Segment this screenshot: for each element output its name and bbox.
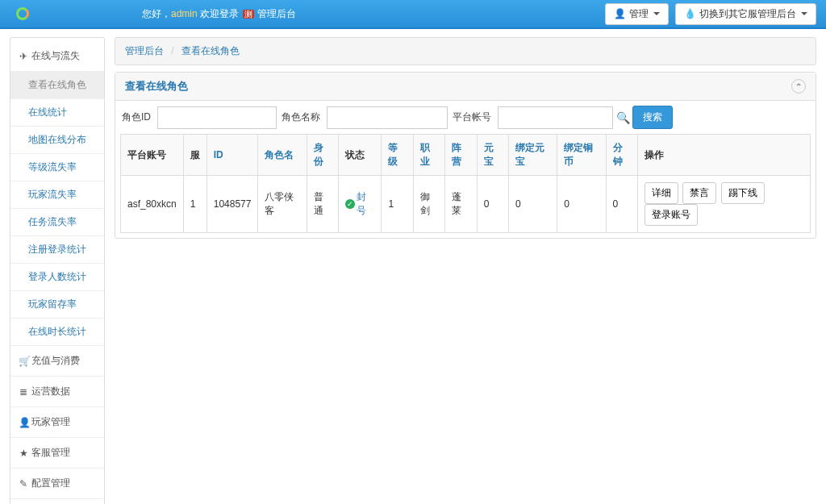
th-id[interactable]: ID <box>206 135 258 176</box>
sidebar-group-support[interactable]: ★ 客服管理 <box>10 437 104 468</box>
cell-level: 1 <box>382 176 413 233</box>
sidebar-item-player-churn[interactable]: 玩家流失率 <box>10 181 104 209</box>
cell-job: 御剑 <box>413 176 444 233</box>
search-button[interactable]: 搜索 <box>632 106 673 129</box>
logo-icon <box>16 7 29 20</box>
role-name-input[interactable] <box>327 106 448 129</box>
sidebar-item-view-online[interactable]: 查看在线角色 <box>10 72 104 99</box>
sidebar-group-ops-data[interactable]: ≣ 运营数据 <box>10 376 104 406</box>
sidebar-group-online[interactable]: ✈ 在线与流失 <box>10 41 104 71</box>
star-icon: ★ <box>19 448 28 459</box>
role-id-label: 角色ID <box>120 110 154 124</box>
check-circle-icon: ✓ <box>345 199 354 209</box>
list-icon: ≣ <box>19 386 28 398</box>
user-icon: 👤 <box>19 417 28 428</box>
role-name-label: 角色名称 <box>280 110 323 124</box>
breadcrumb-sep: / <box>171 45 173 56</box>
cart-icon: 🛒 <box>19 356 28 367</box>
table-row: asf_80xkcn 1 1048577 八零侠客 普通 ✓ 封号 <box>121 176 811 233</box>
cell-bound-gold: 0 <box>509 176 557 233</box>
th-job[interactable]: 职业 <box>413 135 444 176</box>
search-row: 角色ID 角色名称 平台帐号 🔍 搜索 <box>120 106 811 129</box>
sidebar-item-map-dist[interactable]: 地图在线分布 <box>10 127 104 154</box>
sidebar: ✈ 在线与流失 查看在线角色 在线统计 地图在线分布 等级流失率 玩家流失率 任… <box>10 37 105 504</box>
th-minutes[interactable]: 分钟 <box>606 135 637 176</box>
chevron-up-icon: ⌃ <box>795 82 802 91</box>
cell-platform: asf_80xkcn <box>121 176 184 233</box>
pencil-icon: ✎ <box>19 478 28 489</box>
sidebar-item-level-churn[interactable]: 等级流失率 <box>10 154 104 181</box>
role-id-input[interactable] <box>157 106 277 129</box>
th-camp[interactable]: 阵营 <box>445 135 477 176</box>
switch-server-button[interactable]: 💧 切换到其它服管理后台 <box>675 3 816 25</box>
sidebar-group-admin-tools[interactable]: 🔒 管理员工具 <box>10 498 104 504</box>
sidebar-item-retention[interactable]: 玩家留存率 <box>10 291 104 319</box>
cell-ops: 详细 禁言 踢下线 登录账号 <box>637 176 810 233</box>
sidebar-group-config[interactable]: ✎ 配置管理 <box>10 468 104 498</box>
th-identity[interactable]: 身份 <box>307 135 338 176</box>
caret-down-icon <box>801 12 807 15</box>
sidebar-item-online-stats[interactable]: 在线统计 <box>10 99 104 127</box>
sidebar-group-player-mgmt[interactable]: 👤 玩家管理 <box>10 406 104 437</box>
panel-header: 查看在线角色 ⌃ <box>115 73 816 101</box>
sidebar-item-online-time[interactable]: 在线时长统计 <box>10 319 104 345</box>
th-server: 服 <box>183 135 206 176</box>
sidebar-item-task-churn[interactable]: 任务流失率 <box>10 209 104 236</box>
search-icon: 🔍 <box>616 111 629 124</box>
collapse-toggle[interactable]: ⌃ <box>791 79 806 94</box>
sidebar-group-recharge[interactable]: 🛒 充值与消费 <box>10 345 104 376</box>
env-badge: 测 <box>243 10 254 19</box>
breadcrumb-current[interactable]: 查看在线角色 <box>181 45 240 56</box>
panel: 查看在线角色 ⌃ 角色ID 角色名称 平台帐号 🔍 搜索 <box>115 72 816 239</box>
cell-identity: 普通 <box>307 176 338 233</box>
tint-icon: 💧 <box>684 8 696 19</box>
top-header: 您好，admin 欢迎登录 测 管理后台 👤 管理 💧 切换到其它服管理后台 <box>0 0 826 29</box>
platform-label: 平台帐号 <box>451 110 494 124</box>
plane-icon: ✈ <box>19 51 28 62</box>
th-gold[interactable]: 元宝 <box>477 135 508 176</box>
th-role-name[interactable]: 角色名 <box>258 135 307 176</box>
caret-down-icon <box>653 12 660 15</box>
breadcrumb-root[interactable]: 管理后台 <box>125 45 164 56</box>
cell-camp: 蓬莱 <box>445 176 477 233</box>
sidebar-item-register-login[interactable]: 注册登录统计 <box>10 236 104 264</box>
manage-dropdown[interactable]: 👤 管理 <box>605 3 669 25</box>
cell-server: 1 <box>183 176 206 233</box>
th-platform: 平台账号 <box>121 135 184 176</box>
th-ops: 操作 <box>637 135 810 176</box>
breadcrumb: 管理后台 / 查看在线角色 <box>115 37 816 65</box>
greeting-text: 您好，admin 欢迎登录 测 管理后台 <box>142 7 296 21</box>
cell-gold: 0 <box>477 176 508 233</box>
platform-input[interactable] <box>498 106 613 129</box>
table-header-row: 平台账号 服 ID 角色名 身份 状态 等级 职业 阵营 元宝 绑定元宝 绑定铜… <box>121 135 811 176</box>
sidebar-submenu: 查看在线角色 在线统计 地图在线分布 等级流失率 玩家流失率 任务流失率 注册登… <box>10 71 104 345</box>
th-status: 状态 <box>339 135 382 176</box>
user-icon: 👤 <box>614 8 626 19</box>
mute-button[interactable]: 禁言 <box>682 182 716 204</box>
detail-button[interactable]: 详细 <box>645 182 678 204</box>
th-bound-gold[interactable]: 绑定元宝 <box>509 135 557 176</box>
th-bound-copper[interactable]: 绑定铜币 <box>557 135 606 176</box>
cell-bound-copper: 0 <box>557 176 606 233</box>
cell-minutes: 0 <box>606 176 637 233</box>
login-account-button[interactable]: 登录账号 <box>645 204 698 226</box>
kick-button[interactable]: 踢下线 <box>721 182 765 204</box>
username: admin <box>171 8 198 19</box>
sidebar-item-login-count[interactable]: 登录人数统计 <box>10 264 104 291</box>
cell-status: ✓ 封号 <box>339 176 382 233</box>
status-text: 封号 <box>357 190 375 218</box>
cell-id: 1048577 <box>206 176 258 233</box>
results-table: 平台账号 服 ID 角色名 身份 状态 等级 职业 阵营 元宝 绑定元宝 绑定铜… <box>120 134 811 233</box>
cell-role-name: 八零侠客 <box>258 176 307 233</box>
th-level[interactable]: 等级 <box>382 135 413 176</box>
panel-title: 查看在线角色 <box>125 79 188 94</box>
